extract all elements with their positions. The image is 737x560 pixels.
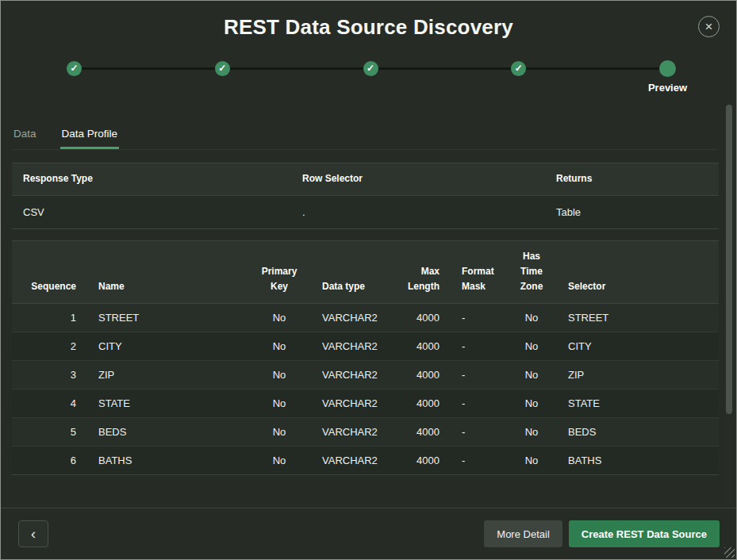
table-cell: 4000: [393, 447, 451, 475]
table-row: 3ZIPNoVARCHAR24000-NoZIP: [12, 361, 719, 389]
column-header: Max Length: [393, 241, 451, 304]
table-cell: VARCHAR2: [311, 332, 393, 361]
table-row: 5BEDSNoVARCHAR24000-NoBEDS: [12, 418, 719, 447]
table-cell: BATHS: [557, 447, 719, 475]
table-row: CSV.Table: [12, 196, 719, 229]
table-cell: 4: [12, 389, 87, 418]
table-cell: CSV: [12, 196, 291, 229]
table-cell: 4000: [393, 304, 451, 332]
table-cell: STREET: [87, 304, 248, 332]
rest-data-source-discovery-dialog: REST Data Source Discovery × ✓✓✓✓Preview…: [0, 0, 737, 560]
column-header: Name: [87, 241, 248, 304]
column-header: Format Mask: [451, 241, 506, 304]
table-cell: CITY: [87, 332, 248, 361]
table-cell: VARCHAR2: [311, 418, 393, 447]
table-cell: No: [506, 418, 557, 447]
create-rest-data-source-button[interactable]: Create REST Data Source: [569, 520, 720, 547]
column-profile-table: Sequence Name Primary Key Data type Max …: [12, 240, 719, 475]
step-label: Preview: [648, 82, 687, 94]
wizard-step-complete[interactable]: ✓: [67, 61, 82, 76]
table-cell: BEDS: [87, 418, 248, 447]
table-cell: 1: [12, 304, 87, 332]
tab-data-profile[interactable]: Data Profile: [60, 121, 120, 149]
table-cell: 5: [12, 418, 87, 447]
check-icon: ✓: [215, 61, 230, 76]
column-header: Data type: [311, 241, 393, 304]
wizard-step-complete[interactable]: ✓: [511, 61, 526, 76]
table-cell: No: [506, 389, 557, 418]
table-cell: 3: [12, 361, 87, 389]
table-cell: -: [451, 332, 506, 361]
table-cell: -: [451, 447, 506, 475]
table-cell: VARCHAR2: [311, 389, 393, 418]
dialog-footer: ‹ More Detail Create REST Data Source: [1, 508, 736, 559]
table-row: 1STREETNoVARCHAR24000-NoSTREET: [12, 304, 719, 332]
table-cell: VARCHAR2: [311, 304, 393, 332]
resize-handle[interactable]: [724, 547, 735, 558]
tab-bar: Data Data Profile: [12, 120, 717, 150]
table-cell: VARCHAR2: [311, 447, 393, 475]
table-cell: No: [248, 332, 311, 361]
table-cell: STATE: [557, 389, 719, 418]
table-cell: No: [506, 447, 557, 475]
table-cell: BATHS: [87, 447, 248, 475]
table-cell: -: [451, 304, 506, 332]
table-cell: No: [248, 361, 311, 389]
tab-data[interactable]: Data: [12, 121, 38, 149]
table-cell: 4000: [393, 389, 451, 418]
table-header-row: Sequence Name Primary Key Data type Max …: [12, 241, 719, 304]
table-row: 6BATHSNoVARCHAR24000-NoBATHS: [12, 447, 719, 475]
column-header: Primary Key: [248, 241, 311, 304]
table-cell: No: [506, 304, 557, 332]
scrollbar[interactable]: [725, 102, 733, 505]
wizard-progress: ✓✓✓✓Preview: [67, 61, 676, 76]
column-header: Selector: [557, 241, 719, 304]
table-cell: -: [451, 418, 506, 447]
footer-actions: More Detail Create REST Data Source: [484, 520, 720, 547]
table-cell: No: [506, 332, 557, 361]
table-cell: BEDS: [557, 418, 719, 447]
column-header: Response Type: [12, 163, 291, 196]
table-cell: 4000: [393, 332, 451, 361]
table-cell: No: [248, 418, 311, 447]
table-cell: 2: [12, 332, 87, 361]
table-row: 4STATENoVARCHAR24000-NoSTATE: [12, 389, 719, 418]
data-profile-panel: Response Type Row Selector Returns CSV.T…: [12, 163, 719, 475]
scrollbar-thumb[interactable]: [726, 105, 732, 414]
table-cell: 4000: [393, 418, 451, 447]
column-header: Returns: [545, 163, 719, 196]
table-cell: CITY: [557, 332, 719, 361]
table-cell: No: [248, 389, 311, 418]
close-button[interactable]: ×: [698, 16, 720, 37]
wizard-step-current[interactable]: Preview: [659, 60, 676, 77]
chevron-left-icon: ‹: [31, 526, 36, 542]
check-icon: ✓: [363, 61, 378, 76]
response-info-table: Response Type Row Selector Returns CSV.T…: [12, 163, 719, 229]
check-icon: ✓: [67, 61, 82, 76]
table-cell: VARCHAR2: [311, 361, 393, 389]
table-cell: ZIP: [557, 361, 719, 389]
wizard-step-complete[interactable]: ✓: [363, 61, 378, 76]
dialog-header: REST Data Source Discovery ×: [1, 1, 736, 50]
table-cell: ZIP: [87, 361, 248, 389]
dialog-title: REST Data Source Discovery: [1, 1, 736, 40]
column-header: Row Selector: [291, 163, 545, 196]
table-cell: Table: [545, 196, 719, 229]
check-icon: ✓: [511, 61, 526, 76]
previous-step-button[interactable]: ‹: [18, 520, 48, 547]
table-cell: STREET: [557, 304, 719, 332]
table-cell: No: [248, 304, 311, 332]
column-header: Has Time Zone: [506, 241, 557, 304]
close-icon: ×: [705, 19, 713, 34]
table-cell: .: [291, 196, 545, 229]
table-cell: STATE: [87, 389, 248, 418]
table-row: 2CITYNoVARCHAR24000-NoCITY: [12, 332, 719, 361]
wizard-step-complete[interactable]: ✓: [215, 61, 230, 76]
table-cell: 4000: [393, 361, 451, 389]
table-cell: No: [506, 361, 557, 389]
column-header: Sequence: [12, 241, 87, 304]
table-cell: -: [451, 361, 506, 389]
table-cell: -: [451, 389, 506, 418]
table-cell: 6: [12, 447, 87, 475]
more-detail-button[interactable]: More Detail: [484, 520, 562, 547]
